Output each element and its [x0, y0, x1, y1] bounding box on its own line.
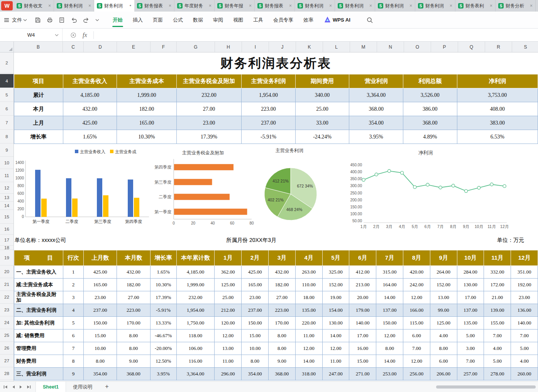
line-chart-net-profit[interactable]: 净利润450.00400.00350.00300.00250.00200.001…: [347, 146, 538, 233]
value-cell[interactable]: 136.00: [511, 304, 538, 317]
value-cell[interactable]: 3,526.00: [403, 88, 457, 102]
tab-modified-icon[interactable]: •: [130, 3, 131, 8]
menu-item[interactable]: 公式: [168, 12, 188, 29]
value-cell[interactable]: 1,999.00: [176, 279, 215, 291]
value-cell[interactable]: 3,364.00: [176, 368, 215, 380]
detail-header-cell[interactable]: 增长率: [150, 250, 176, 266]
row-label-cell[interactable]: 累计: [14, 88, 63, 102]
file-menu[interactable]: 文件: [12, 17, 22, 24]
document-tab[interactable]: S财务利润•: [94, 0, 134, 12]
value-cell[interactable]: 155.00: [484, 317, 511, 329]
value-cell[interactable]: -5.91%: [150, 304, 176, 317]
select-all-corner[interactable]: [0, 42, 14, 52]
value-cell[interactable]: 27.00: [176, 102, 241, 116]
column-header[interactable]: F: [151, 42, 177, 52]
value-cell[interactable]: 6.00: [430, 355, 457, 368]
value-cell[interactable]: 139.00: [484, 304, 511, 317]
value-cell[interactable]: 20.00: [349, 291, 376, 304]
row-header[interactable]: 6: [0, 102, 14, 116]
detail-header-cell[interactable]: 12月: [511, 250, 538, 266]
value-cell[interactable]: 232.00: [176, 291, 215, 304]
summary-header-cell[interactable]: 主营业务税金及附加: [176, 74, 241, 88]
value-cell[interactable]: 264.00: [430, 266, 457, 279]
row-label-cell[interactable]: 主营业务税金及附加: [14, 291, 63, 304]
line-number-cell[interactable]: 7: [63, 342, 84, 355]
row-header[interactable]: 12: [0, 182, 14, 194]
menu-item[interactable]: 视图: [228, 12, 248, 29]
value-cell[interactable]: 368.00: [349, 102, 403, 116]
value-cell[interactable]: 17.39%: [176, 130, 241, 144]
value-cell[interactable]: 170.00: [268, 317, 295, 329]
row-header[interactable]: 9: [0, 144, 14, 157]
row-header[interactable]: 10: [0, 157, 14, 169]
value-cell[interactable]: 7.00: [457, 355, 484, 368]
value-cell[interactable]: 4.89%: [403, 130, 457, 144]
value-cell[interactable]: 14.00: [322, 329, 349, 342]
value-cell[interactable]: 192.00: [511, 279, 538, 291]
tab-close-icon[interactable]: ×: [48, 3, 51, 8]
row-header[interactable]: 26: [0, 342, 14, 355]
value-cell[interactable]: 8.00: [268, 342, 295, 355]
column-header[interactable]: R: [485, 42, 512, 52]
value-cell[interactable]: 351.00: [511, 266, 538, 279]
value-cell[interactable]: 10.00: [242, 342, 269, 355]
value-cell[interactable]: 425.00: [84, 266, 117, 279]
row-header[interactable]: 23: [0, 304, 14, 316]
column-chart-revenue-cost[interactable]: 0200400600800100012001400第一季度二季度第三季度第四季度…: [14, 147, 151, 231]
value-cell[interactable]: 340.00: [295, 88, 349, 102]
value-cell[interactable]: 12.00: [295, 342, 322, 355]
summary-header-cell[interactable]: 净利润: [457, 74, 538, 88]
document-tab[interactable]: S财务报表×: [134, 0, 174, 12]
row-label-cell[interactable]: 管理费用: [14, 342, 63, 355]
wps-logo[interactable]: W: [1, 1, 13, 10]
value-cell[interactable]: 386.00: [403, 102, 457, 116]
value-cell[interactable]: 135.00: [457, 317, 484, 329]
detail-header-cell[interactable]: 本年累计数: [176, 250, 215, 266]
detail-header-cell[interactable]: 上月数: [84, 250, 117, 266]
value-cell[interactable]: 425.00: [242, 266, 269, 279]
value-cell[interactable]: 14.00: [295, 355, 322, 368]
value-cell[interactable]: 15.00: [349, 355, 376, 368]
value-cell[interactable]: 296.00: [215, 368, 242, 380]
undo-icon[interactable]: [71, 17, 77, 23]
value-cell[interactable]: 17.39%: [150, 291, 176, 304]
tab-close-icon[interactable]: ×: [530, 3, 533, 8]
value-cell[interactable]: 8.00: [430, 342, 457, 355]
value-cell[interactable]: 271.00: [349, 368, 376, 380]
tab-close-icon[interactable]: ×: [88, 3, 91, 8]
value-cell[interactable]: 125.00: [215, 279, 242, 291]
value-cell[interactable]: 368.00: [403, 116, 457, 130]
column-header[interactable]: G: [177, 42, 215, 52]
value-cell[interactable]: 10.30%: [150, 279, 176, 291]
row-header[interactable]: 15: [0, 210, 14, 224]
value-cell[interactable]: 12.00: [322, 342, 349, 355]
column-header[interactable]: K: [296, 42, 323, 52]
fx-icon[interactable]: fx: [83, 32, 87, 39]
value-cell[interactable]: 1.65%: [150, 266, 176, 279]
value-cell[interactable]: 212.00: [215, 304, 242, 317]
value-cell[interactable]: 130.00: [322, 317, 349, 329]
value-cell[interactable]: 253.00: [376, 368, 403, 380]
value-cell[interactable]: 5.00: [511, 342, 538, 355]
value-cell[interactable]: 3,364.00: [349, 88, 403, 102]
value-cell[interactable]: 8.00: [84, 355, 117, 368]
value-cell[interactable]: 223.00: [242, 102, 296, 116]
value-cell[interactable]: 17.00: [457, 291, 484, 304]
value-cell[interactable]: -20.00%: [150, 342, 176, 355]
value-cell[interactable]: 354.00: [349, 116, 403, 130]
document-tab[interactable]: S财务表利×: [455, 0, 496, 12]
value-cell[interactable]: 150.00: [84, 317, 117, 329]
detail-header-cell[interactable]: 项 目: [14, 250, 63, 266]
value-cell[interactable]: 140.00: [511, 317, 538, 329]
detail-header-cell[interactable]: 8月: [403, 250, 430, 266]
value-cell[interactable]: 14.00: [376, 355, 403, 368]
value-cell[interactable]: 12.00: [215, 329, 242, 342]
summary-header-cell[interactable]: 营业利润: [349, 74, 403, 88]
value-cell[interactable]: 232.00: [176, 88, 241, 102]
column-header[interactable]: J: [269, 42, 296, 52]
value-cell[interactable]: -46.67%: [150, 329, 176, 342]
value-cell[interactable]: 420.00: [403, 266, 430, 279]
value-cell[interactable]: 325.00: [322, 266, 349, 279]
menu-item[interactable]: 开始: [108, 12, 128, 29]
summary-header-cell[interactable]: 利润总额: [403, 74, 457, 88]
